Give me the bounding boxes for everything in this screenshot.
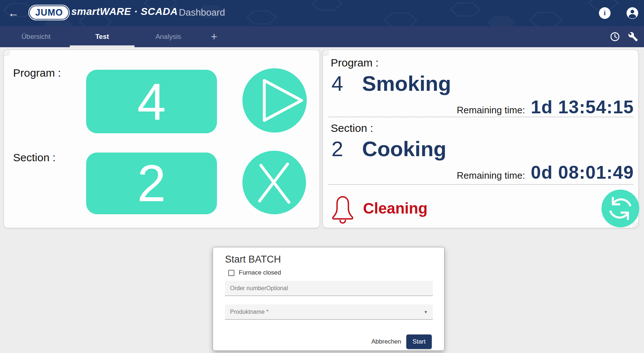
info-icon[interactable]: i bbox=[599, 7, 611, 19]
order-number-input[interactable] bbox=[225, 281, 433, 296]
start-batch-dialog: Start BATCH Furnace closed Produktname *… bbox=[213, 247, 444, 351]
section-label: Section : bbox=[13, 151, 56, 164]
chevron-down-icon: ▼ bbox=[424, 310, 428, 314]
furnace-closed-checkbox[interactable] bbox=[228, 270, 234, 276]
page-title: Dashboard bbox=[179, 7, 225, 18]
history-clock-icon[interactable] bbox=[610, 32, 620, 42]
alarm-status-text: Cleaning bbox=[363, 200, 427, 217]
jumo-logo-pill: JUMO bbox=[30, 6, 68, 19]
program-number-display[interactable]: 4 bbox=[86, 70, 217, 133]
dialog-title: Start BATCH bbox=[225, 254, 281, 265]
divider bbox=[328, 117, 633, 117]
tabbar-actions bbox=[610, 26, 638, 47]
play-icon bbox=[242, 68, 307, 133]
cancel-button[interactable]: Abbrechen bbox=[371, 338, 401, 345]
tab-label: Übersicht bbox=[21, 33, 51, 41]
refresh-sync-button[interactable] bbox=[601, 190, 639, 227]
wrench-icon[interactable] bbox=[628, 32, 638, 42]
alarm-bell-icon bbox=[329, 195, 356, 225]
remaining-time-value: 1d 13:54:15 bbox=[531, 97, 634, 118]
product-name-select[interactable]: Produktname * ▼ bbox=[225, 304, 433, 320]
card-drag-handle[interactable] bbox=[4, 50, 10, 56]
x-icon bbox=[242, 151, 306, 214]
section-status-number: 2 bbox=[331, 137, 343, 161]
remaining-time-label: Remaining time: bbox=[457, 170, 525, 181]
section-remaining-row: Remaining time: 0d 08:01:49 bbox=[457, 162, 634, 183]
program-number-value: 4 bbox=[137, 76, 166, 127]
section-status-row: 2 Cooking bbox=[331, 137, 446, 161]
card-drag-handle[interactable] bbox=[323, 50, 329, 56]
start-button[interactable]: Start bbox=[406, 334, 432, 349]
remaining-time-label: Remaining time: bbox=[457, 105, 525, 116]
program-remaining-row: Remaining time: 1d 13:54:15 bbox=[457, 97, 634, 118]
section-status-name: Cooking bbox=[362, 137, 446, 161]
brand-name: smartWARE · SCADA bbox=[71, 6, 178, 17]
furnace-closed-label: Furnace closed bbox=[239, 269, 281, 276]
add-tab-button[interactable]: + bbox=[201, 26, 227, 47]
program-label: Program : bbox=[13, 67, 61, 79]
program-control-card: Program : 4 Section : 2 bbox=[4, 50, 319, 228]
jumo-logo-text: JUMO bbox=[35, 7, 63, 17]
tab-analysis[interactable]: Analysis bbox=[135, 26, 201, 47]
account-icon[interactable] bbox=[627, 7, 638, 19]
account-icon-glyph bbox=[627, 7, 638, 19]
program-status-number: 4 bbox=[331, 71, 343, 96]
tab-label: Test bbox=[95, 33, 109, 41]
program-status-name: Smoking bbox=[362, 71, 451, 96]
plus-icon: + bbox=[211, 31, 217, 43]
sync-icon bbox=[601, 190, 639, 227]
tab-uebersicht[interactable]: Übersicht bbox=[3, 26, 69, 47]
jumo-logo: JUMO bbox=[28, 5, 70, 20]
tab-label: Analysis bbox=[156, 33, 181, 41]
program-status-row: 4 Smoking bbox=[331, 71, 451, 96]
section-status-label: Section : bbox=[331, 122, 373, 134]
section-number-display[interactable]: 2 bbox=[86, 153, 217, 214]
remaining-time-value: 0d 08:01:49 bbox=[531, 162, 634, 183]
tab-test[interactable]: Test bbox=[69, 26, 135, 47]
divider bbox=[328, 184, 633, 185]
top-app-bar: ← JUMO smartWARE · SCADA Dashboard i bbox=[0, 0, 644, 26]
cancel-program-button[interactable] bbox=[242, 151, 306, 214]
furnace-closed-row: Furnace closed bbox=[228, 269, 281, 276]
program-status-card: Program : 4 Smoking Remaining time: 1d 1… bbox=[323, 50, 638, 228]
program-status-label: Program : bbox=[331, 57, 379, 69]
dashboard-screen: ← JUMO smartWARE · SCADA Dashboard i Übe… bbox=[0, 0, 644, 353]
section-number-value: 2 bbox=[137, 158, 166, 209]
dashboard-tab-bar: Übersicht Test Analysis + bbox=[0, 26, 644, 47]
start-program-button[interactable] bbox=[242, 68, 307, 133]
product-name-placeholder: Produktname * bbox=[230, 309, 269, 315]
back-icon[interactable]: ← bbox=[7, 6, 20, 20]
info-icon-glyph: i bbox=[604, 9, 605, 17]
